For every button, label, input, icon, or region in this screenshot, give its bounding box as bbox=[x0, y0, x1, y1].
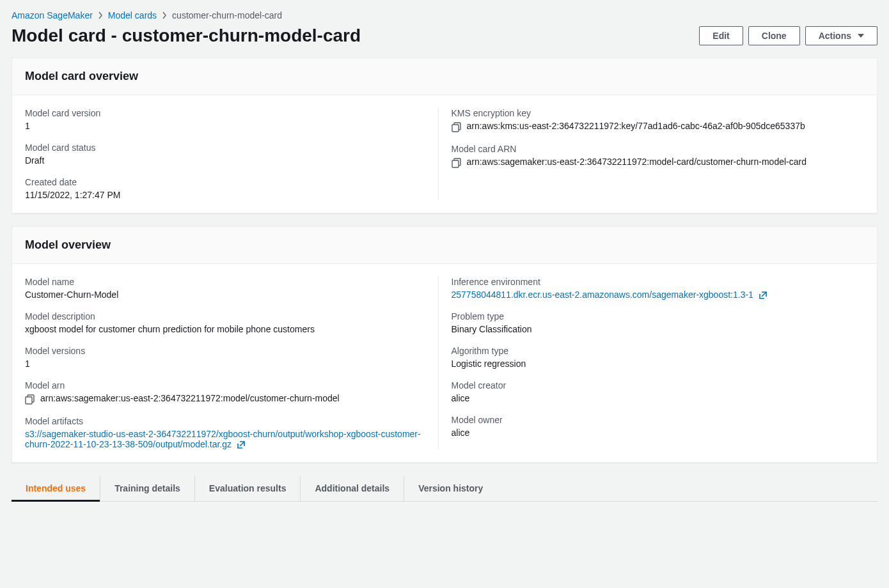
header-actions: Edit Clone Actions bbox=[699, 26, 877, 45]
field-label-creator: Model creator bbox=[452, 380, 852, 391]
tab-intended-uses[interactable]: Intended uses bbox=[12, 476, 100, 501]
breadcrumb-parent[interactable]: Model cards bbox=[108, 10, 157, 20]
chevron-right-icon bbox=[162, 12, 167, 19]
tab-evaluation-results[interactable]: Evaluation results bbox=[195, 476, 301, 501]
field-label-card-arn: Model card ARN bbox=[452, 144, 852, 154]
field-value-algo: Logistic regression bbox=[452, 359, 852, 369]
field-value-version: 1 bbox=[25, 121, 425, 131]
breadcrumb: Amazon SageMaker Model cards customer-ch… bbox=[12, 10, 877, 20]
caret-down-icon bbox=[858, 34, 864, 38]
tab-training-details[interactable]: Training details bbox=[100, 476, 195, 501]
copy-icon[interactable] bbox=[452, 122, 462, 132]
clone-button[interactable]: Clone bbox=[748, 26, 800, 45]
field-value-model-name: Customer-Churn-Model bbox=[25, 290, 425, 300]
breadcrumb-current: customer-churn-model-card bbox=[172, 10, 282, 20]
field-label-owner: Model owner bbox=[452, 415, 852, 425]
actions-dropdown[interactable]: Actions bbox=[805, 26, 877, 45]
field-value-creator: alice bbox=[452, 393, 852, 403]
model-card-overview-panel: Model card overview Model card version 1… bbox=[12, 58, 877, 213]
field-value-model-versions: 1 bbox=[25, 359, 425, 369]
field-label-model-name: Model name bbox=[25, 277, 425, 287]
field-label-model-desc: Model description bbox=[25, 311, 425, 321]
field-label-created: Created date bbox=[25, 177, 425, 187]
panel-header: Model card overview bbox=[12, 58, 877, 95]
field-value-inference: 257758044811.dkr.ecr.us-east-2.amazonaws… bbox=[452, 290, 753, 300]
field-label-artifacts: Model artifacts bbox=[25, 416, 425, 426]
actions-label: Actions bbox=[819, 31, 851, 41]
field-value-model-arn: arn:aws:sagemaker:us-east-2:364732211972… bbox=[40, 393, 340, 403]
artifacts-link[interactable]: s3://sagemaker-studio-us-east-2-36473221… bbox=[25, 429, 421, 449]
field-label-version: Model card version bbox=[25, 108, 425, 118]
chevron-right-icon bbox=[98, 12, 103, 19]
field-value-problem: Binary Classification bbox=[452, 324, 852, 334]
field-value-status: Draft bbox=[25, 155, 425, 166]
field-label-model-versions: Model versions bbox=[25, 346, 425, 356]
model-overview-panel: Model overview Model name Customer-Churn… bbox=[12, 226, 877, 463]
field-value-kms: arn:aws:kms:us-east-2:364732211972:key/7… bbox=[467, 121, 805, 131]
field-value-model-desc: xgboost model for customer churn predict… bbox=[25, 324, 425, 334]
page-header: Model card - customer-churn-model-card E… bbox=[12, 26, 877, 46]
copy-icon[interactable] bbox=[452, 158, 462, 168]
field-value-owner: alice bbox=[452, 428, 852, 438]
field-label-algo: Algorithm type bbox=[452, 346, 852, 356]
edit-button[interactable]: Edit bbox=[699, 26, 743, 45]
panel-title: Model card overview bbox=[25, 70, 864, 83]
tab-version-history[interactable]: Version history bbox=[404, 476, 497, 501]
field-label-status: Model card status bbox=[25, 143, 425, 153]
external-link-icon bbox=[759, 291, 767, 300]
tabs: Intended uses Training details Evaluatio… bbox=[12, 476, 877, 502]
panel-header: Model overview bbox=[12, 227, 877, 264]
tab-additional-details[interactable]: Additional details bbox=[301, 476, 404, 501]
field-value-artifacts: s3://sagemaker-studio-us-east-2-36473221… bbox=[25, 429, 421, 449]
field-value-card-arn: arn:aws:sagemaker:us-east-2:364732211972… bbox=[467, 157, 807, 167]
breadcrumb-root[interactable]: Amazon SageMaker bbox=[12, 10, 93, 20]
field-value-created: 11/15/2022, 1:27:47 PM bbox=[25, 190, 425, 200]
panel-title: Model overview bbox=[25, 238, 864, 252]
page-title: Model card - customer-churn-model-card bbox=[12, 26, 361, 46]
copy-icon[interactable] bbox=[25, 394, 35, 405]
field-label-model-arn: Model arn bbox=[25, 380, 425, 391]
external-link-icon bbox=[237, 440, 246, 449]
inference-link[interactable]: 257758044811.dkr.ecr.us-east-2.amazonaws… bbox=[452, 290, 767, 300]
field-label-problem: Problem type bbox=[452, 311, 852, 321]
field-label-inference: Inference environment bbox=[452, 277, 852, 287]
field-label-kms: KMS encryption key bbox=[452, 108, 852, 118]
